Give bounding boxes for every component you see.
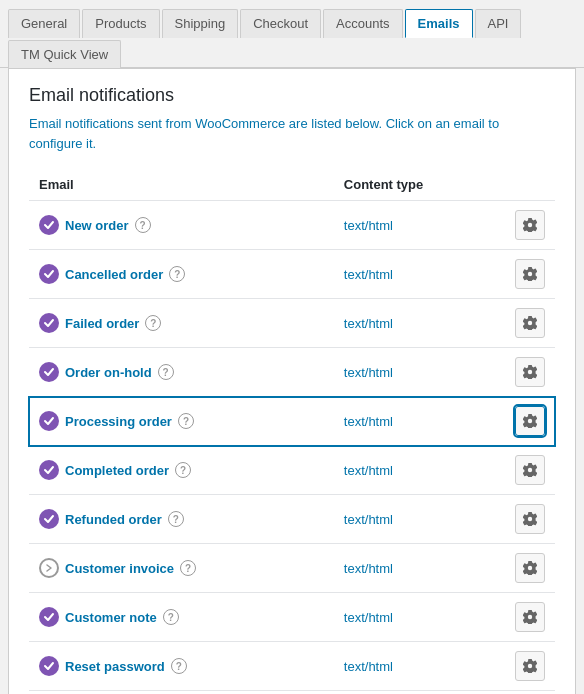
email-name-cell: Customer invoice ? — [39, 558, 324, 578]
help-icon[interactable]: ? — [135, 217, 151, 233]
table-row: Customer invoice ? text/html — [29, 544, 555, 593]
arrow-icon — [39, 558, 59, 578]
gear-button[interactable] — [515, 651, 545, 681]
email-name-cell: Order on-hold ? — [39, 362, 324, 382]
content-type: text/html — [344, 218, 393, 233]
content-type: text/html — [344, 561, 393, 576]
check-icon — [39, 460, 59, 480]
email-name-cell: Completed order ? — [39, 460, 324, 480]
page-description: Email notifications sent from WooCommerc… — [29, 114, 555, 153]
content-type: text/html — [344, 365, 393, 380]
gear-button[interactable] — [515, 504, 545, 534]
email-link[interactable]: Refunded order — [65, 512, 162, 527]
check-icon — [39, 215, 59, 235]
table-row: Refunded order ? text/html — [29, 495, 555, 544]
content-type: text/html — [344, 414, 393, 429]
email-link[interactable]: Cancelled order — [65, 267, 163, 282]
gear-button[interactable] — [515, 602, 545, 632]
tab-products[interactable]: Products — [82, 9, 159, 38]
help-icon[interactable]: ? — [171, 658, 187, 674]
help-icon[interactable]: ? — [168, 511, 184, 527]
check-icon — [39, 607, 59, 627]
help-icon[interactable]: ? — [158, 364, 174, 380]
email-name-cell: Customer note ? — [39, 607, 324, 627]
help-icon[interactable]: ? — [180, 560, 196, 576]
tab-shipping[interactable]: Shipping — [162, 9, 239, 38]
content-type: text/html — [344, 267, 393, 282]
check-icon — [39, 509, 59, 529]
tab-accounts[interactable]: Accounts — [323, 9, 402, 38]
help-icon[interactable]: ? — [169, 266, 185, 282]
table-row: Cancelled order ? text/html — [29, 250, 555, 299]
content-type: text/html — [344, 463, 393, 478]
table-row: Completed order ? text/html — [29, 446, 555, 495]
check-icon — [39, 411, 59, 431]
email-link[interactable]: Failed order — [65, 316, 139, 331]
email-link[interactable]: Processing order — [65, 414, 172, 429]
check-icon — [39, 313, 59, 333]
email-name-cell: Processing order ? — [39, 411, 324, 431]
content-area: Email notifications Email notifications … — [8, 68, 576, 694]
table-row: Reset password ? text/html — [29, 642, 555, 691]
email-link[interactable]: Completed order — [65, 463, 169, 478]
content-type: text/html — [344, 610, 393, 625]
email-link[interactable]: Customer note — [65, 610, 157, 625]
gear-button[interactable] — [515, 455, 545, 485]
email-name-cell: Refunded order ? — [39, 509, 324, 529]
email-name-cell: Cancelled order ? — [39, 264, 324, 284]
table-row: Customer note ? text/html — [29, 593, 555, 642]
gear-button[interactable] — [515, 357, 545, 387]
help-icon[interactable]: ? — [163, 609, 179, 625]
gear-button[interactable] — [515, 553, 545, 583]
tab-checkout[interactable]: Checkout — [240, 9, 321, 38]
tab-tm-quick-view[interactable]: TM Quick View — [8, 40, 121, 68]
table-row: New order ? text/html — [29, 201, 555, 250]
col-content-header: Content type — [334, 169, 505, 201]
email-name-cell: New order ? — [39, 215, 324, 235]
gear-button[interactable] — [515, 210, 545, 240]
table-row: New account ? text/html — [29, 691, 555, 695]
email-table: Email Content type New order ? text/html… — [29, 169, 555, 694]
email-name-cell: Reset password ? — [39, 656, 324, 676]
table-row: Failed order ? text/html — [29, 299, 555, 348]
help-icon[interactable]: ? — [175, 462, 191, 478]
email-link[interactable]: Customer invoice — [65, 561, 174, 576]
check-icon — [39, 264, 59, 284]
table-row: Processing order ? text/html — [29, 397, 555, 446]
email-link[interactable]: Reset password — [65, 659, 165, 674]
tab-api[interactable]: API — [475, 9, 522, 38]
gear-button[interactable] — [515, 259, 545, 289]
tabs-bar: GeneralProductsShippingCheckoutAccountsE… — [0, 0, 584, 68]
page-wrap: GeneralProductsShippingCheckoutAccountsE… — [0, 0, 584, 694]
content-type: text/html — [344, 512, 393, 527]
help-icon[interactable]: ? — [145, 315, 161, 331]
table-row: Order on-hold ? text/html — [29, 348, 555, 397]
email-link[interactable]: Order on-hold — [65, 365, 152, 380]
check-icon — [39, 656, 59, 676]
email-link[interactable]: New order — [65, 218, 129, 233]
col-email-header: Email — [29, 169, 334, 201]
check-icon — [39, 362, 59, 382]
page-title: Email notifications — [29, 85, 555, 106]
content-type: text/html — [344, 316, 393, 331]
gear-button[interactable] — [515, 308, 545, 338]
gear-button[interactable] — [515, 406, 545, 436]
tab-emails[interactable]: Emails — [405, 9, 473, 38]
email-name-cell: Failed order ? — [39, 313, 324, 333]
help-icon[interactable]: ? — [178, 413, 194, 429]
content-type: text/html — [344, 659, 393, 674]
tab-general[interactable]: General — [8, 9, 80, 38]
